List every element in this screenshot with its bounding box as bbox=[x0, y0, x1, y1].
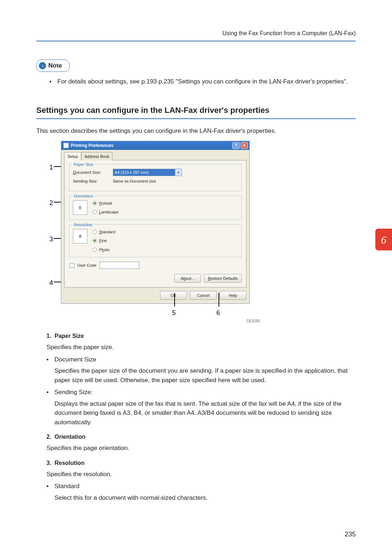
radio-photo[interactable]: Photo bbox=[93, 247, 115, 253]
user-code-input[interactable] bbox=[99, 262, 139, 269]
image-id: CES193 bbox=[61, 318, 260, 324]
item1-body: Specifies the paper size. bbox=[46, 343, 356, 352]
orientation-thumb-icon: R bbox=[73, 200, 87, 215]
note-badge: ↓ Note bbox=[36, 60, 70, 72]
document-size-select[interactable]: A4 (210 x 297 mm) ▾ bbox=[113, 169, 182, 176]
callout-2: 2 bbox=[49, 198, 53, 208]
running-header: Using the Fax Function from a Computer (… bbox=[36, 29, 356, 41]
titlebar-help-button[interactable]: ? bbox=[232, 142, 240, 149]
radio-icon-selected bbox=[93, 201, 97, 205]
item1-num: 1. bbox=[46, 333, 51, 339]
chevron-down-icon: ▾ bbox=[175, 169, 181, 176]
titlebar-close-button[interactable]: × bbox=[241, 142, 248, 149]
radio-fine[interactable]: Fine bbox=[93, 238, 115, 244]
radio-icon bbox=[93, 248, 97, 252]
page-number: 235 bbox=[345, 530, 356, 539]
user-code-label: User Code bbox=[77, 262, 97, 269]
item1-title: Paper Size bbox=[54, 333, 84, 339]
down-arrow-icon: ↓ bbox=[39, 62, 46, 69]
callout-line-5 bbox=[174, 293, 175, 307]
callout-6: 6 bbox=[216, 308, 220, 318]
document-size-label: Document Size: bbox=[73, 169, 109, 176]
radio-icon bbox=[93, 210, 97, 214]
note-bullet: For details about settings, see p.193 p.… bbox=[49, 77, 356, 86]
item3-title: Resolution bbox=[54, 460, 85, 466]
group-resolution: Resolution R Standard Fine bbox=[69, 224, 242, 258]
item2-num: 2. bbox=[46, 434, 51, 440]
radio-landscape[interactable]: Landscape bbox=[93, 209, 119, 215]
group-paper-size: Paper Size Document Size: A4 (210 x 297 … bbox=[69, 164, 242, 191]
dialog-titlebar: Printing Preferences ? × bbox=[61, 141, 249, 150]
item1-sub2-title: Sending Size: bbox=[54, 389, 93, 396]
callout-1: 1 bbox=[49, 163, 53, 172]
tab-setup[interactable]: Setup bbox=[64, 152, 81, 161]
radio-standard[interactable]: Standard bbox=[93, 229, 115, 235]
group-title-resolution: Resolution bbox=[72, 222, 94, 228]
item3-num: 3. bbox=[46, 460, 51, 466]
section-intro: This section describes the settings you … bbox=[36, 126, 356, 136]
item3-sub1-title: Standard bbox=[54, 483, 79, 490]
section-heading: Settings you can configure in the LAN-Fa… bbox=[36, 104, 356, 119]
item1-sub2-body: Displays the actual paper size of the fa… bbox=[54, 399, 356, 427]
about-button[interactable]: About... bbox=[174, 274, 201, 283]
item1-sub1-body: Specifies the paper size of the document… bbox=[54, 366, 356, 385]
sending-size-value: Same as Document size bbox=[113, 178, 156, 184]
printing-preferences-dialog: Printing Preferences ? × Setup Address B… bbox=[61, 141, 250, 304]
restore-defaults-button[interactable]: Restore Defaults bbox=[204, 274, 242, 283]
dialog-title: Printing Preferences bbox=[71, 142, 113, 149]
item1-sub1-title: Document Size bbox=[54, 356, 96, 363]
help-button[interactable]: Help bbox=[220, 291, 246, 300]
item3-sub1-body: Select this for a document with normal-s… bbox=[54, 493, 356, 503]
item3-body: Specifies the resolution. bbox=[46, 470, 356, 479]
tab-address-book[interactable]: Address Book bbox=[81, 152, 113, 161]
user-code-checkbox[interactable] bbox=[70, 263, 74, 268]
resolution-thumb-icon: R bbox=[73, 229, 87, 244]
callout-line-6 bbox=[219, 293, 219, 307]
note-label: Note bbox=[48, 61, 62, 70]
item2-body: Specifies the page orientation. bbox=[46, 443, 356, 453]
callout-3: 3 bbox=[49, 234, 53, 244]
radio-icon-selected bbox=[93, 238, 97, 243]
radio-icon bbox=[93, 230, 97, 234]
group-title-paper-size: Paper Size bbox=[72, 162, 95, 168]
printer-icon bbox=[64, 143, 69, 148]
group-title-orientation: Orientation bbox=[72, 193, 95, 199]
ok-button[interactable]: OK bbox=[160, 291, 187, 300]
group-orientation: Orientation R Portrait Landscape bbox=[69, 196, 242, 220]
chapter-side-tab: 6 bbox=[375, 229, 392, 250]
callout-5: 5 bbox=[172, 308, 176, 318]
document-size-value: A4 (210 x 297 mm) bbox=[115, 169, 149, 176]
cancel-button[interactable]: Cancel bbox=[190, 291, 217, 300]
radio-portrait[interactable]: Portrait bbox=[93, 200, 119, 207]
sending-size-label: Sending Size: bbox=[73, 178, 109, 184]
item2-title: Orientation bbox=[54, 434, 85, 440]
callout-4: 4 bbox=[49, 278, 53, 288]
